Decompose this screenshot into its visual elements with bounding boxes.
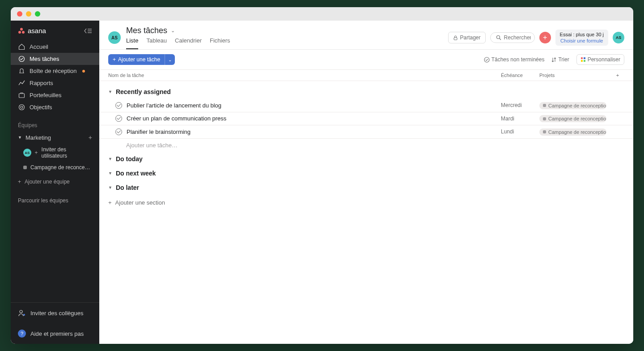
user-menu-button[interactable]: AS: [613, 32, 624, 43]
search-input[interactable]: [504, 34, 531, 41]
task-project[interactable]: Campagne de reconceptio…: [539, 102, 611, 109]
svg-point-8: [19, 105, 24, 110]
team-name-label: Marketing: [25, 134, 51, 141]
search-box[interactable]: [490, 32, 535, 43]
task-due-date[interactable]: Mercredi: [501, 102, 539, 108]
task-due-date[interactable]: Mardi: [501, 116, 539, 122]
section-do-today[interactable]: ▼ Do today: [99, 152, 633, 166]
collapse-sidebar-button[interactable]: [84, 28, 92, 34]
sidebar-item-home[interactable]: Accueil: [11, 41, 99, 53]
complete-task-button[interactable]: [115, 102, 122, 109]
caret-down-icon: ▼: [108, 157, 112, 161]
section-title: Do next week: [116, 170, 156, 177]
svg-rect-18: [584, 57, 585, 59]
tab-files[interactable]: Fichiers: [210, 37, 230, 49]
project-pill-label: Campagne de reconceptio…: [548, 116, 606, 121]
tab-board[interactable]: Tableau: [146, 37, 167, 49]
help-button[interactable]: ? Aide et premiers pas: [11, 323, 99, 344]
customize-button[interactable]: Personnaliser: [576, 54, 624, 65]
sidebar-item-reports[interactable]: Rapports: [11, 77, 99, 89]
add-section-button[interactable]: + Ajouter une section: [99, 195, 633, 210]
trial-info-button[interactable]: Essai : plus que 30 j Choisir une formul…: [555, 30, 608, 46]
section-do-later[interactable]: ▼ Do later: [99, 180, 633, 195]
caret-down-icon: ▼: [108, 90, 112, 94]
customize-label: Personnaliser: [588, 56, 620, 63]
plus-icon: +: [18, 179, 21, 185]
page-title: Mes tâches: [126, 26, 167, 35]
sidebar-project-item[interactable]: Campagne de reconce…: [11, 162, 99, 173]
help-label: Aide et premiers pas: [30, 330, 84, 337]
section-recently-assigned[interactable]: ▼ Recently assigned: [99, 85, 633, 99]
section-title: Do later: [116, 184, 139, 191]
filter-incomplete-button[interactable]: Tâches non terminées: [484, 56, 545, 63]
global-add-button[interactable]: +: [539, 32, 551, 43]
task-project[interactable]: Campagne de reconceptio…: [539, 115, 611, 123]
main-content: AS Mes tâches ⌄ Liste Tableau Calendrier…: [99, 21, 633, 344]
app-window: asana Accueil Mes tâches Boîte de récep: [11, 7, 633, 344]
task-name[interactable]: Planifier le brainstorming: [127, 128, 501, 135]
task-name[interactable]: Créer un plan de communication press: [127, 115, 501, 122]
invite-colleagues-button[interactable]: + Inviter des collègues: [11, 303, 99, 323]
sort-button[interactable]: Trier: [551, 56, 569, 63]
asana-logo-icon: [18, 28, 25, 34]
svg-point-16: [484, 57, 489, 62]
share-button[interactable]: Partager: [448, 32, 486, 43]
sidebar-item-label: Boîte de réception: [30, 68, 77, 74]
close-window-button[interactable]: [17, 11, 22, 17]
project-color-icon: [23, 166, 27, 169]
tab-calendar[interactable]: Calendrier: [175, 37, 202, 49]
add-task-label: Ajouter une tâche: [118, 56, 160, 63]
task-due-date[interactable]: Lundi: [501, 128, 539, 135]
complete-task-button[interactable]: [115, 128, 122, 135]
maximize-window-button[interactable]: [35, 11, 40, 17]
sort-label: Trier: [558, 56, 569, 63]
sidebar-item-portfolios[interactable]: Portefeuilles: [11, 89, 99, 101]
caret-down-icon: ▼: [108, 185, 112, 190]
team-marketing[interactable]: ▼ Marketing +: [11, 131, 99, 144]
share-label: Partager: [460, 34, 481, 41]
task-row[interactable]: Publier l'article de lancement du blog M…: [99, 99, 633, 112]
bell-icon: [18, 68, 25, 74]
title-dropdown-button[interactable]: ⌄: [171, 28, 175, 34]
task-name[interactable]: Publier l'article de lancement du blog: [127, 102, 501, 109]
sidebar-item-inbox[interactable]: Boîte de réception: [11, 65, 99, 77]
trial-line2: Choisir une formule: [560, 38, 604, 44]
add-task-dropdown-button[interactable]: ⌄: [165, 54, 175, 65]
notification-dot-icon: [82, 70, 85, 73]
brand-logo[interactable]: asana: [18, 27, 46, 34]
svg-line-15: [500, 39, 501, 40]
sidebar-item-goals[interactable]: Objectifs: [11, 101, 99, 113]
task-project[interactable]: Campagne de reconceptio…: [539, 128, 611, 136]
add-section-label: Ajouter une section: [115, 199, 165, 206]
section-do-next-week[interactable]: ▼ Do next week: [99, 166, 633, 180]
add-project-button[interactable]: +: [89, 134, 92, 141]
task-row[interactable]: Planifier le brainstorming Lundi Campagn…: [99, 125, 633, 139]
svg-text:+: +: [24, 314, 25, 316]
add-task-button[interactable]: + Ajouter une tâche: [108, 54, 165, 65]
check-circle-icon: [484, 57, 490, 63]
minimize-window-button[interactable]: [26, 11, 31, 17]
toolbar: + Ajouter une tâche ⌄ Tâches non terminé…: [99, 50, 633, 69]
add-team-label: Ajouter une équipe: [25, 179, 70, 185]
sidebar-item-my-tasks[interactable]: Mes tâches: [11, 53, 99, 65]
browse-teams-link[interactable]: Parcourir les équipes: [11, 190, 99, 211]
complete-task-button[interactable]: [115, 115, 122, 122]
page-header: AS Mes tâches ⌄ Liste Tableau Calendrier…: [99, 21, 633, 50]
svg-rect-20: [584, 60, 585, 62]
add-column-button[interactable]: +: [611, 73, 624, 78]
task-row[interactable]: Créer un plan de communication press Mar…: [99, 112, 633, 126]
invite-users-link[interactable]: AS + Inviter des utilisateurs: [11, 144, 99, 162]
sort-icon: [551, 57, 556, 62]
tab-list[interactable]: Liste: [126, 37, 138, 49]
svg-rect-17: [581, 57, 583, 59]
add-task-inline[interactable]: Ajouter une tâche…: [99, 139, 633, 152]
task-list: ▼ Recently assigned Publier l'article de…: [99, 81, 633, 214]
brand-name: asana: [28, 27, 46, 34]
caret-down-icon: ▼: [18, 135, 22, 140]
col-projects: Projets: [539, 73, 611, 78]
trial-line1: Essai : plus que 30 j: [560, 31, 604, 38]
add-team-button[interactable]: + Ajouter une équipe: [11, 173, 99, 190]
target-icon: [18, 104, 25, 111]
column-headers: Nom de la tâche Échéance Projets +: [99, 69, 633, 81]
project-color-icon: [543, 104, 546, 107]
